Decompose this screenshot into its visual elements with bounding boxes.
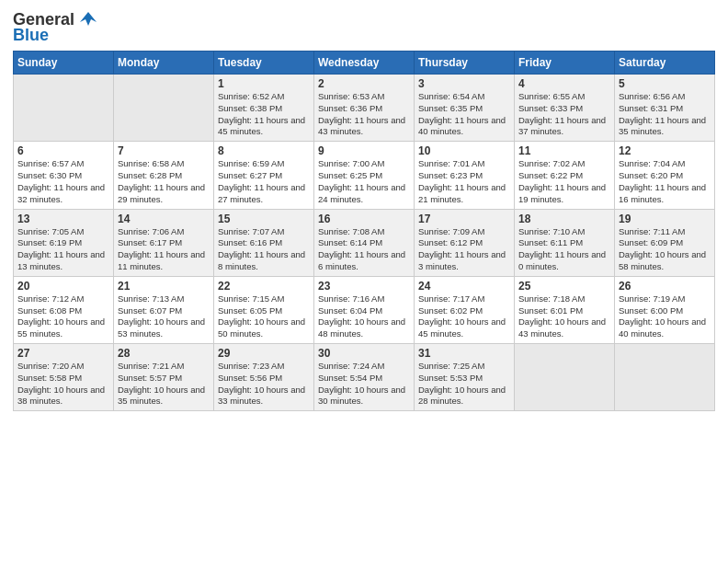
day-number: 25 [518, 280, 610, 293]
logo-bird-icon [78, 9, 98, 29]
day-number: 18 [518, 213, 610, 225]
day-number: 28 [118, 347, 210, 360]
day-number: 6 [17, 144, 109, 157]
day-number: 8 [218, 144, 310, 157]
calendar-cell: 14Sunrise: 7:06 AM Sunset: 6:17 PM Dayli… [114, 209, 214, 276]
day-info: Sunrise: 7:15 AM Sunset: 6:05 PM Dayligh… [218, 293, 310, 340]
day-info: Sunrise: 7:11 AM Sunset: 6:09 PM Dayligh… [619, 226, 711, 273]
calendar-cell: 5Sunrise: 6:56 AM Sunset: 6:31 PM Daylig… [615, 75, 715, 142]
weekday-header-thursday: Thursday [415, 52, 515, 75]
day-info: Sunrise: 7:17 AM Sunset: 6:02 PM Dayligh… [418, 293, 510, 340]
calendar-cell: 9Sunrise: 7:00 AM Sunset: 6:25 PM Daylig… [314, 142, 415, 209]
calendar-cell: 2Sunrise: 6:53 AM Sunset: 6:36 PM Daylig… [314, 75, 415, 142]
day-number: 14 [118, 213, 210, 225]
calendar-cell: 24Sunrise: 7:17 AM Sunset: 6:02 PM Dayli… [415, 276, 515, 343]
day-info: Sunrise: 7:06 AM Sunset: 6:17 PM Dayligh… [118, 226, 210, 273]
calendar-cell: 27Sunrise: 7:20 AM Sunset: 5:58 PM Dayli… [14, 344, 114, 411]
day-info: Sunrise: 6:56 AM Sunset: 6:31 PM Dayligh… [619, 91, 711, 138]
day-number: 26 [619, 280, 711, 293]
day-info: Sunrise: 7:21 AM Sunset: 5:57 PM Dayligh… [118, 361, 210, 408]
calendar-cell: 31Sunrise: 7:25 AM Sunset: 5:53 PM Dayli… [415, 344, 515, 411]
calendar-cell: 10Sunrise: 7:01 AM Sunset: 6:23 PM Dayli… [415, 142, 515, 209]
day-number: 15 [218, 213, 310, 225]
day-number: 24 [418, 280, 510, 293]
day-number: 10 [418, 144, 510, 157]
calendar-cell: 26Sunrise: 7:19 AM Sunset: 6:00 PM Dayli… [615, 276, 715, 343]
day-info: Sunrise: 7:02 AM Sunset: 6:22 PM Dayligh… [518, 158, 610, 205]
calendar-table: SundayMondayTuesdayWednesdayThursdayFrid… [13, 51, 715, 411]
day-info: Sunrise: 7:09 AM Sunset: 6:12 PM Dayligh… [418, 226, 510, 273]
calendar-cell: 23Sunrise: 7:16 AM Sunset: 6:04 PM Dayli… [314, 276, 415, 343]
calendar-cell: 16Sunrise: 7:08 AM Sunset: 6:14 PM Dayli… [314, 209, 415, 276]
day-info: Sunrise: 7:08 AM Sunset: 6:14 PM Dayligh… [318, 226, 410, 273]
calendar-cell [515, 344, 615, 411]
day-number: 13 [17, 213, 109, 225]
day-number: 22 [218, 280, 310, 293]
calendar-cell: 29Sunrise: 7:23 AM Sunset: 5:56 PM Dayli… [214, 344, 314, 411]
logo: General Blue [13, 9, 98, 45]
day-info: Sunrise: 7:16 AM Sunset: 6:04 PM Dayligh… [318, 293, 410, 340]
logo-blue-text: Blue [13, 26, 49, 45]
calendar-cell: 8Sunrise: 6:59 AM Sunset: 6:27 PM Daylig… [214, 142, 314, 209]
calendar-week-row: 20Sunrise: 7:12 AM Sunset: 6:08 PM Dayli… [14, 276, 715, 343]
day-info: Sunrise: 7:01 AM Sunset: 6:23 PM Dayligh… [418, 158, 510, 205]
weekday-header-tuesday: Tuesday [214, 52, 314, 75]
calendar-cell: 21Sunrise: 7:13 AM Sunset: 6:07 PM Dayli… [114, 276, 214, 343]
day-number: 23 [318, 280, 410, 293]
day-info: Sunrise: 7:04 AM Sunset: 6:20 PM Dayligh… [619, 158, 711, 205]
day-info: Sunrise: 7:23 AM Sunset: 5:56 PM Dayligh… [218, 361, 310, 408]
day-info: Sunrise: 7:20 AM Sunset: 5:58 PM Dayligh… [17, 361, 109, 408]
calendar-cell: 7Sunrise: 6:58 AM Sunset: 6:28 PM Daylig… [114, 142, 214, 209]
day-info: Sunrise: 7:24 AM Sunset: 5:54 PM Dayligh… [318, 361, 410, 408]
calendar-cell: 19Sunrise: 7:11 AM Sunset: 6:09 PM Dayli… [615, 209, 715, 276]
day-info: Sunrise: 6:55 AM Sunset: 6:33 PM Dayligh… [518, 91, 610, 138]
calendar-cell: 1Sunrise: 6:52 AM Sunset: 6:38 PM Daylig… [214, 75, 314, 142]
calendar-cell: 22Sunrise: 7:15 AM Sunset: 6:05 PM Dayli… [214, 276, 314, 343]
page-header: General Blue [13, 9, 715, 45]
day-number: 5 [619, 77, 711, 90]
day-info: Sunrise: 6:59 AM Sunset: 6:27 PM Dayligh… [218, 158, 310, 205]
day-info: Sunrise: 6:58 AM Sunset: 6:28 PM Dayligh… [118, 158, 210, 205]
weekday-header-saturday: Saturday [615, 52, 715, 75]
weekday-header-sunday: Sunday [14, 52, 114, 75]
day-info: Sunrise: 7:07 AM Sunset: 6:16 PM Dayligh… [218, 226, 310, 273]
day-info: Sunrise: 7:25 AM Sunset: 5:53 PM Dayligh… [418, 361, 510, 408]
day-number: 1 [218, 77, 310, 90]
calendar-cell: 12Sunrise: 7:04 AM Sunset: 6:20 PM Dayli… [615, 142, 715, 209]
svg-marker-0 [80, 12, 97, 26]
day-info: Sunrise: 6:54 AM Sunset: 6:35 PM Dayligh… [418, 91, 510, 138]
calendar-cell: 6Sunrise: 6:57 AM Sunset: 6:30 PM Daylig… [14, 142, 114, 209]
day-number: 20 [17, 280, 109, 293]
day-number: 11 [518, 144, 610, 157]
day-number: 4 [518, 77, 610, 90]
day-number: 9 [318, 144, 410, 157]
calendar-cell [615, 344, 715, 411]
calendar-cell: 28Sunrise: 7:21 AM Sunset: 5:57 PM Dayli… [114, 344, 214, 411]
day-number: 27 [17, 347, 109, 360]
day-number: 12 [619, 144, 711, 157]
calendar-cell: 15Sunrise: 7:07 AM Sunset: 6:16 PM Dayli… [214, 209, 314, 276]
day-number: 19 [619, 213, 711, 225]
day-info: Sunrise: 7:13 AM Sunset: 6:07 PM Dayligh… [118, 293, 210, 340]
day-number: 21 [118, 280, 210, 293]
day-number: 16 [318, 213, 410, 225]
day-number: 29 [218, 347, 310, 360]
calendar-cell: 13Sunrise: 7:05 AM Sunset: 6:19 PM Dayli… [14, 209, 114, 276]
day-info: Sunrise: 7:18 AM Sunset: 6:01 PM Dayligh… [518, 293, 610, 340]
calendar-week-row: 6Sunrise: 6:57 AM Sunset: 6:30 PM Daylig… [14, 142, 715, 209]
day-info: Sunrise: 7:05 AM Sunset: 6:19 PM Dayligh… [17, 226, 109, 273]
day-number: 7 [118, 144, 210, 157]
weekday-header-wednesday: Wednesday [314, 52, 415, 75]
day-number: 17 [418, 213, 510, 225]
weekday-header-row: SundayMondayTuesdayWednesdayThursdayFrid… [14, 52, 715, 75]
calendar-week-row: 27Sunrise: 7:20 AM Sunset: 5:58 PM Dayli… [14, 344, 715, 411]
day-info: Sunrise: 7:19 AM Sunset: 6:00 PM Dayligh… [619, 293, 711, 340]
page-container: General Blue SundayMondayTuesdayWednesda… [0, 0, 728, 424]
calendar-cell: 3Sunrise: 6:54 AM Sunset: 6:35 PM Daylig… [415, 75, 515, 142]
calendar-cell: 25Sunrise: 7:18 AM Sunset: 6:01 PM Dayli… [515, 276, 615, 343]
calendar-week-row: 13Sunrise: 7:05 AM Sunset: 6:19 PM Dayli… [14, 209, 715, 276]
calendar-cell: 4Sunrise: 6:55 AM Sunset: 6:33 PM Daylig… [515, 75, 615, 142]
day-number: 2 [318, 77, 410, 90]
calendar-cell: 20Sunrise: 7:12 AM Sunset: 6:08 PM Dayli… [14, 276, 114, 343]
weekday-header-friday: Friday [515, 52, 615, 75]
